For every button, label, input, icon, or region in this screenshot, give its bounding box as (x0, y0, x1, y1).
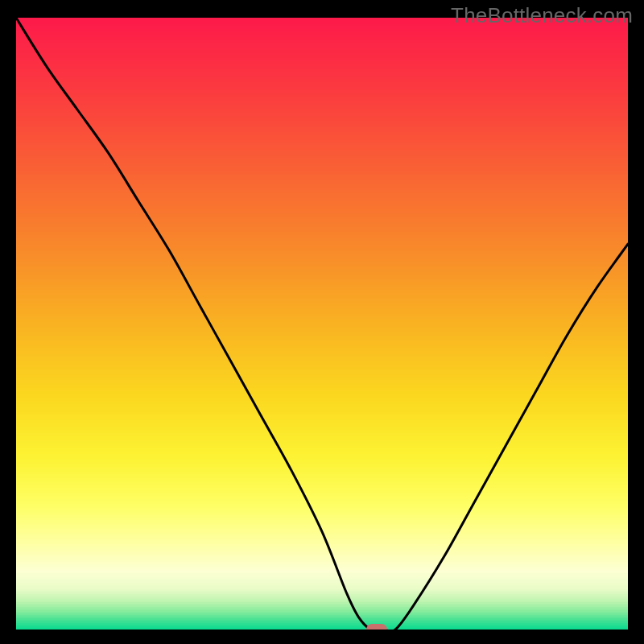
plot-area (16, 18, 628, 630)
bottleneck-curve (16, 18, 628, 630)
chart-frame: TheBottleneck.com (0, 0, 644, 644)
optimal-marker (366, 624, 387, 630)
watermark-text: TheBottleneck.com (451, 3, 633, 28)
